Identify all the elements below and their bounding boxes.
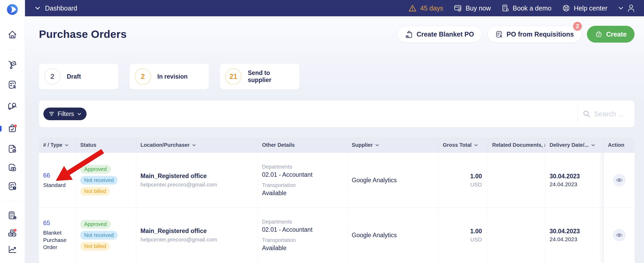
search-input[interactable] bbox=[594, 110, 631, 118]
home-icon bbox=[7, 30, 17, 40]
card-label: Draft bbox=[67, 73, 81, 80]
column-header-location[interactable]: Location/Purchaser bbox=[136, 138, 258, 153]
cell-supplier: Google Analytics bbox=[348, 153, 439, 208]
count-circle: 2 bbox=[135, 68, 151, 85]
po-number-link[interactable]: 65 bbox=[43, 219, 72, 227]
page-title: Purchase Orders bbox=[39, 28, 127, 41]
detail-value: 02.01 - Accountant bbox=[262, 171, 343, 178]
column-header-supplier[interactable]: Supplier bbox=[348, 138, 439, 153]
cell-supplier: Google Analytics bbox=[348, 208, 439, 262]
create-button[interactable]: Create bbox=[587, 26, 635, 43]
sidebar-item-budgets[interactable] bbox=[7, 210, 18, 221]
status-badge: Approved bbox=[80, 220, 111, 229]
status-badge: Not received bbox=[80, 176, 118, 185]
help-center-button[interactable]: Help center bbox=[562, 4, 607, 12]
status-badge: Not billed bbox=[80, 242, 110, 251]
chevron-down-icon bbox=[77, 113, 81, 115]
status-badge: Not received bbox=[80, 231, 118, 240]
detail-label: Departments bbox=[262, 219, 343, 225]
active-item-indicator bbox=[0, 126, 2, 132]
cell-number-type: 66 Standard bbox=[39, 153, 76, 208]
column-header-action[interactable]: Action bbox=[604, 138, 635, 153]
sidebar-item-home[interactable] bbox=[7, 29, 18, 41]
chevron-down-icon bbox=[618, 6, 624, 10]
purchase-orders-table: # / Type Status Location/Purchaser Other… bbox=[39, 138, 635, 263]
cell-status: Approved Not received Not billed bbox=[76, 153, 136, 208]
sidebar-item-suppliers[interactable] bbox=[7, 100, 18, 112]
cell-status: Approved Not received Not billed bbox=[76, 208, 136, 262]
table-row: 65 Blanket Purchase Order Approved Not r… bbox=[39, 208, 635, 262]
cell-gross-total: 1.00 USD bbox=[439, 208, 488, 262]
cell-action bbox=[604, 208, 635, 262]
sidebar-item-receipts[interactable] bbox=[7, 143, 18, 155]
cell-other-details: Departments 02.01 - Accountant Transport… bbox=[258, 208, 348, 262]
precoro-logo[interactable] bbox=[7, 4, 18, 15]
search-box bbox=[578, 110, 635, 118]
table-row: 66 Standard Approved Not received Not bi… bbox=[39, 153, 635, 208]
sidebar-divider bbox=[5, 50, 20, 50]
purchaser-email: helpcenter.precoro@gmail.com bbox=[140, 236, 253, 243]
sidebar bbox=[0, 0, 25, 263]
sidebar-item-catalogs[interactable] bbox=[7, 227, 18, 239]
column-header-number-type[interactable]: # / Type bbox=[39, 138, 76, 153]
user-menu[interactable] bbox=[618, 4, 635, 12]
detail-label: Departments bbox=[262, 164, 343, 170]
cell-delivery-date: 30.04.2023 24.04.2023 bbox=[545, 208, 604, 262]
sort-chevron-icon bbox=[375, 144, 379, 146]
po-number-link[interactable]: 66 bbox=[43, 172, 72, 179]
card-label: Send to supplier bbox=[248, 69, 294, 84]
chevron-down-icon bbox=[35, 6, 40, 10]
cell-location-purchaser: Main_Registered office helpcenter.precor… bbox=[136, 153, 258, 208]
cubes-icon bbox=[7, 228, 18, 238]
detail-value: 02.01 - Accountant bbox=[262, 226, 343, 233]
purchaser-email: helpcenter.precoro@gmail.com bbox=[140, 181, 253, 188]
sidebar-item-purchase-orders[interactable] bbox=[7, 123, 18, 134]
cell-other-details: Departments 02.01 - Accountant Transport… bbox=[258, 153, 348, 208]
view-po-button[interactable] bbox=[613, 229, 626, 241]
sidebar-item-invoices[interactable] bbox=[7, 162, 18, 174]
summary-card-in-revision[interactable]: 2 In revision bbox=[129, 64, 209, 89]
sidebar-divider bbox=[5, 201, 20, 201]
bag-check-icon bbox=[595, 30, 603, 38]
summary-card-send-to-supplier[interactable]: 21 Send to supplier bbox=[220, 64, 299, 89]
section-label: Dashboard bbox=[45, 4, 77, 12]
column-header-related-documents[interactable]: Related Documents, # bbox=[488, 138, 545, 153]
sidebar-item-warehouse[interactable] bbox=[7, 59, 18, 70]
view-po-button[interactable] bbox=[613, 174, 626, 186]
sidebar-item-reports[interactable] bbox=[7, 244, 18, 255]
detail-label: Transportation bbox=[262, 237, 343, 243]
filter-bar: Filters bbox=[39, 100, 635, 127]
sort-chevron-icon bbox=[474, 144, 478, 146]
card-label: In revision bbox=[157, 73, 188, 80]
status-badge: Approved bbox=[80, 165, 111, 174]
po-from-requisitions-button[interactable]: PO from Requisitions 2 bbox=[487, 26, 582, 43]
trial-countdown[interactable]: 45 days bbox=[408, 4, 443, 12]
column-header-gross-total[interactable]: Gross Total bbox=[439, 138, 488, 153]
summary-card-draft[interactable]: 2 Draft bbox=[39, 64, 118, 89]
location-name: Main_Registered office bbox=[140, 227, 253, 235]
section-switcher[interactable]: Dashboard bbox=[35, 4, 77, 12]
cell-number-type: 65 Blanket Purchase Order bbox=[39, 208, 76, 262]
cell-related-documents bbox=[488, 208, 545, 262]
po-type: Standard bbox=[43, 181, 72, 189]
column-header-other-details[interactable]: Other Details bbox=[258, 138, 348, 153]
status-badge: Not billed bbox=[80, 187, 110, 196]
sidebar-item-expenses[interactable] bbox=[7, 180, 18, 192]
user-icon bbox=[627, 4, 635, 12]
requisition-doc-icon bbox=[495, 30, 503, 39]
cell-delivery-date: 30.04.2023 24.04.2023 bbox=[545, 153, 604, 208]
trend-chart-icon bbox=[7, 244, 17, 254]
sort-chevron-icon bbox=[591, 144, 595, 146]
truck-search-icon bbox=[7, 101, 17, 111]
column-header-status[interactable]: Status bbox=[76, 138, 136, 153]
hand-truck-icon bbox=[7, 60, 17, 70]
precoro-logo-icon bbox=[7, 2, 18, 17]
filters-button[interactable]: Filters bbox=[43, 108, 87, 120]
sidebar-item-requisitions[interactable] bbox=[7, 79, 18, 90]
book-demo-button[interactable]: Book a demo bbox=[501, 4, 551, 12]
buy-now-button[interactable]: Buy now bbox=[454, 4, 491, 12]
create-blanket-po-button[interactable]: Create Blanket PO bbox=[397, 26, 482, 43]
detail-value: Available bbox=[262, 190, 343, 197]
column-header-delivery-date[interactable]: Delivery Date/... bbox=[545, 138, 604, 153]
document-check-icon bbox=[7, 144, 17, 154]
